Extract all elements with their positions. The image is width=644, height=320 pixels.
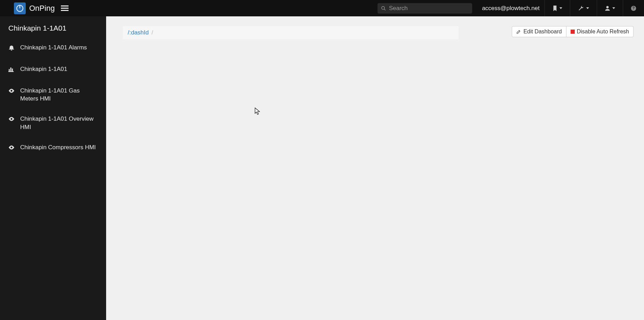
brand-name: OnPing (29, 4, 55, 13)
sidebar-item-label: Chinkapin 1-1A01 Overview HMI (20, 115, 98, 131)
search-icon (381, 6, 386, 11)
help-menu[interactable]: ? (623, 0, 644, 16)
caret-down-icon (612, 7, 615, 9)
sidebar-item-label: Chinkapin Compressors HMI (20, 143, 98, 152)
svg-line-5 (384, 9, 385, 10)
disable-auto-refresh-button[interactable]: Disable Auto Refresh (566, 26, 634, 37)
topbar: OnPing access@plowtech.net ? (0, 0, 644, 16)
disable-auto-refresh-label: Disable Auto Refresh (577, 29, 629, 35)
main-content: Edit Dashboard Disable Auto Refresh /:da… (106, 16, 644, 320)
sidebar-item-overview-hmi[interactable]: Chinkapin 1-1A01 Overview HMI (8, 115, 98, 131)
svg-rect-10 (10, 67, 11, 71)
caret-down-icon (586, 7, 589, 9)
breadcrumb-separator: / (150, 29, 155, 36)
eye-icon (8, 88, 15, 96)
wrench-icon (578, 6, 584, 11)
breadcrumb-link[interactable]: /:dashId (126, 29, 150, 36)
eye-icon (8, 116, 15, 125)
stop-icon (571, 30, 575, 34)
sidebar: Chinkapin 1-1A01 Chinkapin 1-1A01 Alarms… (0, 16, 106, 320)
svg-rect-12 (8, 71, 14, 72)
sidebar-item-dashboard[interactable]: Chinkapin 1-1A01 (8, 65, 98, 75)
search-box[interactable] (377, 3, 472, 14)
edit-dashboard-button[interactable]: Edit Dashboard (512, 26, 566, 37)
svg-text:?: ? (633, 6, 635, 10)
sidebar-item-compressors-hmi[interactable]: Chinkapin Compressors HMI (8, 143, 98, 153)
brand[interactable]: OnPing (0, 2, 55, 14)
sidebar-item-label: Chinkapin 1-1A01 Alarms (20, 43, 98, 52)
bar-chart-icon (8, 66, 15, 75)
svg-rect-9 (9, 69, 10, 71)
svg-rect-3 (61, 10, 69, 11)
svg-point-6 (606, 6, 609, 8)
user-email[interactable]: access@plowtech.net (477, 0, 544, 16)
svg-point-4 (382, 6, 384, 9)
topbar-right: access@plowtech.net ? (377, 0, 644, 16)
brand-logo-icon (14, 2, 26, 14)
caret-down-icon (559, 7, 562, 9)
menu-toggle-icon[interactable] (61, 5, 69, 11)
sidebar-item-alarms[interactable]: Chinkapin 1-1A01 Alarms (8, 43, 98, 53)
mouse-cursor-icon (255, 107, 260, 117)
bell-icon (8, 45, 15, 53)
sidebar-item-label: Chinkapin 1-1A01 (20, 65, 98, 73)
bookmark-menu[interactable] (544, 0, 570, 16)
sidebar-title: Chinkapin 1-1A01 (8, 24, 98, 32)
breadcrumb: /:dashId / (123, 26, 459, 39)
svg-rect-1 (61, 5, 69, 6)
search-input[interactable] (389, 5, 469, 12)
user-icon (605, 6, 610, 11)
edit-dashboard-label: Edit Dashboard (523, 29, 562, 35)
tools-menu[interactable] (570, 0, 597, 16)
svg-rect-11 (12, 69, 13, 71)
bookmark-icon (552, 6, 557, 11)
dashboard-controls: Edit Dashboard Disable Auto Refresh (512, 26, 634, 37)
user-menu[interactable] (597, 0, 623, 16)
search-wrap (377, 0, 477, 16)
svg-rect-2 (61, 8, 69, 9)
edit-icon (516, 29, 521, 34)
sidebar-item-gas-meters-hmi[interactable]: Chinkapin 1-1A01 Gas Meters HMI (8, 87, 98, 103)
eye-icon (8, 144, 15, 153)
help-icon: ? (631, 6, 636, 11)
sidebar-item-label: Chinkapin 1-1A01 Gas Meters HMI (20, 87, 98, 103)
